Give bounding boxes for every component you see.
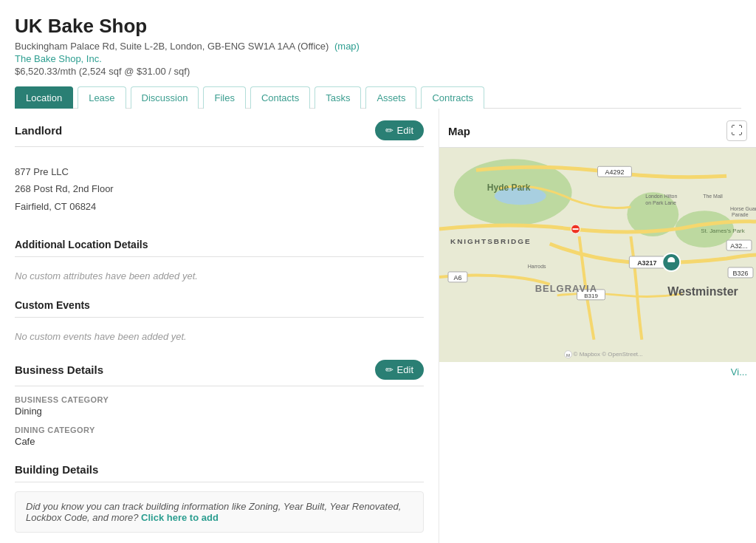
- address-text: Buckingham Palace Rd, Suite L-2B, London…: [15, 41, 329, 52]
- tab-lease[interactable]: Lease: [78, 86, 126, 109]
- custom-events-empty: No custom events have been added yet.: [15, 325, 424, 348]
- tab-tasks[interactable]: Tasks: [315, 86, 361, 109]
- rent-info: $6,520.33/mth (2,524 sqf @ $31.00 / sqf): [15, 66, 741, 77]
- dining-category-label: DINING CATEGORY: [15, 426, 424, 434]
- svg-text:A6: A6: [453, 274, 461, 281]
- svg-text:BELGRAVIA: BELGRAVIA: [535, 283, 597, 294]
- svg-text:A4292: A4292: [605, 168, 624, 176]
- svg-text:© Mapbox © OpenStreet...: © Mapbox © OpenStreet...: [574, 351, 643, 358]
- svg-text:Hyde Park: Hyde Park: [487, 182, 531, 193]
- landlord-address2: Fairfield, CT 06824: [15, 198, 424, 215]
- tab-contacts[interactable]: Contacts: [250, 86, 310, 109]
- map-view-link[interactable]: Vi...: [439, 362, 756, 382]
- map-svg: A3217 B319 A6 A4292 A32... B326: [439, 148, 756, 362]
- svg-text:London Hilton: London Hilton: [645, 194, 677, 199]
- tab-assets[interactable]: Assets: [365, 86, 416, 109]
- business-category-value: Dining: [15, 406, 424, 417]
- business-fields: BUSINESS CATEGORY Dining DINING CATEGORY…: [15, 395, 424, 447]
- main-content: Landlord ✏ Edit 877 Pre LLC 268 Post Rd,…: [0, 109, 756, 543]
- left-panel: Landlord ✏ Edit 877 Pre LLC 268 Post Rd,…: [0, 109, 439, 543]
- additional-location-title: Additional Location Details: [15, 239, 424, 250]
- divider-additional: [15, 256, 424, 257]
- building-info-box: Did you know you can track building info…: [15, 491, 424, 533]
- svg-text:on Park Lane: on Park Lane: [645, 200, 676, 205]
- svg-text:B326: B326: [733, 270, 749, 277]
- landlord-title: Landlord: [15, 124, 62, 137]
- pencil-icon: ✏: [385, 125, 394, 136]
- svg-text:St. James's Park: St. James's Park: [701, 228, 745, 234]
- tabs-bar: Location Lease Discussion Files Contacts…: [15, 86, 741, 109]
- svg-text:M: M: [566, 353, 570, 358]
- tab-location[interactable]: Location: [15, 86, 73, 109]
- map-expand-button[interactable]: ⛶: [726, 120, 747, 141]
- address-line: Buckingham Palace Rd, Suite L-2B, London…: [15, 41, 741, 52]
- landlord-info: 877 Pre LLC 268 Post Rd, 2nd Floor Fairf…: [15, 156, 424, 227]
- map-section-header: Map ⛶: [439, 109, 756, 148]
- additional-location-empty: No custom attributes have been added yet…: [15, 264, 424, 287]
- landlord-address1: 268 Post Rd, 2nd Floor: [15, 180, 424, 197]
- tab-files[interactable]: Files: [203, 86, 245, 109]
- svg-text:Harrods: Harrods: [528, 264, 546, 269]
- business-category-label: BUSINESS CATEGORY: [15, 395, 424, 404]
- pencil-icon-2: ✏: [385, 364, 394, 375]
- divider-events: [15, 317, 424, 318]
- map-title: Map: [448, 125, 470, 137]
- dining-category-value: Cafe: [15, 436, 424, 447]
- right-panel: Map ⛶: [439, 109, 756, 543]
- page-title: UK Bake Shop: [15, 15, 741, 38]
- landlord-section-header: Landlord ✏ Edit: [15, 109, 424, 147]
- landlord-edit-label: Edit: [397, 125, 413, 136]
- header-section: UK Bake Shop Buckingham Palace Rd, Suite…: [0, 0, 756, 109]
- map-link[interactable]: (map): [334, 41, 360, 52]
- business-section-header: Business Details ✏ Edit: [15, 348, 424, 386]
- building-add-link[interactable]: Click here to add: [141, 512, 219, 523]
- company-link[interactable]: The Bake Shop, Inc.: [15, 53, 741, 64]
- business-edit-label: Edit: [397, 364, 413, 375]
- page-wrapper: UK Bake Shop Buckingham Palace Rd, Suite…: [0, 0, 756, 543]
- svg-rect-29: [573, 228, 579, 230]
- business-edit-button[interactable]: ✏ Edit: [375, 360, 424, 380]
- svg-text:Parade: Parade: [732, 212, 749, 217]
- svg-text:A3217: A3217: [637, 259, 656, 267]
- building-section-header: Building Details: [15, 451, 424, 482]
- custom-events-title: Custom Events: [15, 299, 424, 311]
- svg-text:The Mall: The Mall: [703, 194, 723, 199]
- tab-discussion[interactable]: Discussion: [131, 86, 199, 109]
- svg-text:Westminster: Westminster: [667, 285, 738, 298]
- landlord-edit-button[interactable]: ✏ Edit: [375, 120, 424, 140]
- map-area: A3217 B319 A6 A4292 A32... B326: [439, 148, 756, 362]
- business-title: Business Details: [15, 363, 103, 376]
- svg-text:KNIGHTSBRIDGE: KNIGHTSBRIDGE: [450, 237, 532, 245]
- svg-text:A32...: A32...: [730, 242, 747, 250]
- svg-text:Horse Guards: Horse Guards: [730, 206, 756, 211]
- landlord-name: 877 Pre LLC: [15, 163, 424, 180]
- tab-contracts[interactable]: Contracts: [421, 86, 484, 109]
- building-title: Building Details: [15, 463, 98, 476]
